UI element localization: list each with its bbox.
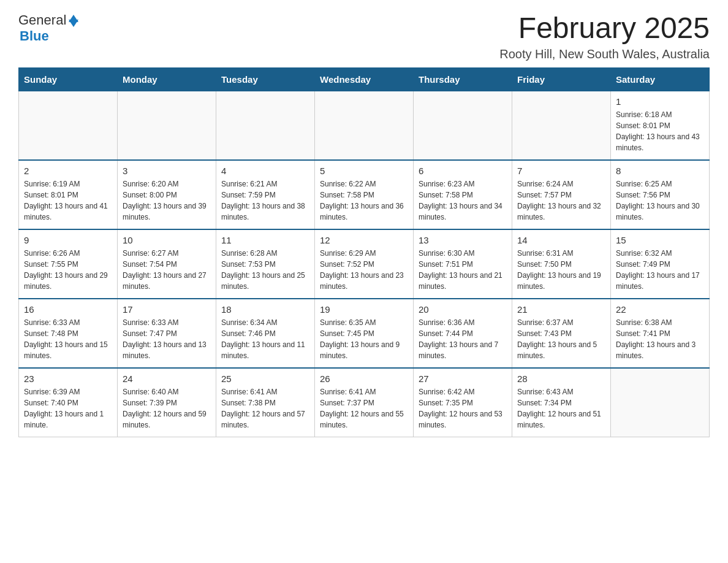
logo: General Blue <box>18 12 78 44</box>
day-info: Sunrise: 6:30 AMSunset: 7:51 PMDaylight:… <box>419 248 507 292</box>
day-number: 9 <box>24 235 112 245</box>
calendar-week-row: 1Sunrise: 6:18 AMSunset: 8:01 PMDaylight… <box>19 91 710 160</box>
day-number: 17 <box>123 304 211 315</box>
day-number: 22 <box>616 304 704 315</box>
day-number: 6 <box>419 166 507 176</box>
page-header: General Blue February 2025 Rooty Hill, N… <box>18 12 710 61</box>
day-info: Sunrise: 6:41 AMSunset: 7:38 PMDaylight:… <box>221 386 309 431</box>
day-info: Sunrise: 6:39 AMSunset: 7:40 PMDaylight:… <box>24 386 112 431</box>
calendar-day-cell <box>414 91 512 160</box>
day-number: 14 <box>517 235 605 245</box>
calendar-day-cell: 17Sunrise: 6:33 AMSunset: 7:47 PMDayligh… <box>118 299 216 368</box>
day-info: Sunrise: 6:23 AMSunset: 7:58 PMDaylight:… <box>419 178 507 223</box>
calendar-day-cell: 1Sunrise: 6:18 AMSunset: 8:01 PMDaylight… <box>611 91 710 160</box>
calendar-day-cell: 6Sunrise: 6:23 AMSunset: 7:58 PMDaylight… <box>414 160 512 229</box>
calendar-day-cell: 8Sunrise: 6:25 AMSunset: 7:56 PMDaylight… <box>611 160 710 229</box>
calendar-week-row: 2Sunrise: 6:19 AMSunset: 8:01 PMDaylight… <box>19 160 710 229</box>
day-number: 15 <box>616 235 704 245</box>
calendar-header-row: SundayMondayTuesdayWednesdayThursdayFrid… <box>19 67 710 91</box>
day-number: 2 <box>24 166 112 176</box>
day-info: Sunrise: 6:19 AMSunset: 8:01 PMDaylight:… <box>24 178 112 223</box>
day-info: Sunrise: 6:33 AMSunset: 7:48 PMDaylight:… <box>24 317 112 361</box>
calendar-day-cell: 9Sunrise: 6:26 AMSunset: 7:55 PMDaylight… <box>19 229 118 299</box>
day-info: Sunrise: 6:38 AMSunset: 7:41 PMDaylight:… <box>616 317 704 361</box>
day-info: Sunrise: 6:29 AMSunset: 7:52 PMDaylight:… <box>320 248 408 292</box>
day-info: Sunrise: 6:21 AMSunset: 7:59 PMDaylight:… <box>221 178 309 223</box>
day-number: 5 <box>320 166 408 176</box>
calendar-header-sunday: Sunday <box>19 67 118 91</box>
day-number: 25 <box>221 373 309 384</box>
day-info: Sunrise: 6:40 AMSunset: 7:39 PMDaylight:… <box>123 386 211 431</box>
calendar-day-cell: 19Sunrise: 6:35 AMSunset: 7:45 PMDayligh… <box>315 299 414 368</box>
day-number: 7 <box>517 166 605 176</box>
calendar-day-cell: 28Sunrise: 6:43 AMSunset: 7:34 PMDayligh… <box>512 368 611 437</box>
calendar-day-cell: 7Sunrise: 6:24 AMSunset: 7:57 PMDaylight… <box>512 160 611 229</box>
calendar-header-friday: Friday <box>512 67 611 91</box>
day-info: Sunrise: 6:43 AMSunset: 7:34 PMDaylight:… <box>517 386 605 431</box>
calendar-day-cell: 4Sunrise: 6:21 AMSunset: 7:59 PMDaylight… <box>216 160 315 229</box>
day-info: Sunrise: 6:31 AMSunset: 7:50 PMDaylight:… <box>517 248 605 292</box>
day-number: 23 <box>24 373 112 384</box>
day-number: 8 <box>616 166 704 176</box>
calendar-week-row: 16Sunrise: 6:33 AMSunset: 7:48 PMDayligh… <box>19 299 710 368</box>
calendar-week-row: 23Sunrise: 6:39 AMSunset: 7:40 PMDayligh… <box>19 368 710 437</box>
day-number: 3 <box>123 166 211 176</box>
calendar-day-cell: 20Sunrise: 6:36 AMSunset: 7:44 PMDayligh… <box>414 299 512 368</box>
calendar-day-cell <box>315 91 414 160</box>
calendar-week-row: 9Sunrise: 6:26 AMSunset: 7:55 PMDaylight… <box>19 229 710 299</box>
calendar-day-cell: 25Sunrise: 6:41 AMSunset: 7:38 PMDayligh… <box>216 368 315 437</box>
day-number: 19 <box>320 304 408 315</box>
day-number: 28 <box>517 373 605 384</box>
day-info: Sunrise: 6:22 AMSunset: 7:58 PMDaylight:… <box>320 178 408 223</box>
calendar-header-tuesday: Tuesday <box>216 67 315 91</box>
logo-text-general: General <box>18 12 66 28</box>
month-title: February 2025 <box>499 12 710 45</box>
day-info: Sunrise: 6:20 AMSunset: 8:00 PMDaylight:… <box>123 178 211 223</box>
day-info: Sunrise: 6:18 AMSunset: 8:01 PMDaylight:… <box>616 109 704 153</box>
day-number: 18 <box>221 304 309 315</box>
calendar-day-cell: 16Sunrise: 6:33 AMSunset: 7:48 PMDayligh… <box>19 299 118 368</box>
calendar-header-monday: Monday <box>118 67 216 91</box>
day-number: 24 <box>123 373 211 384</box>
day-info: Sunrise: 6:26 AMSunset: 7:55 PMDaylight:… <box>24 248 112 292</box>
calendar-day-cell: 13Sunrise: 6:30 AMSunset: 7:51 PMDayligh… <box>414 229 512 299</box>
day-number: 27 <box>419 373 507 384</box>
calendar-day-cell: 2Sunrise: 6:19 AMSunset: 8:01 PMDaylight… <box>19 160 118 229</box>
calendar-header-wednesday: Wednesday <box>315 67 414 91</box>
calendar-day-cell: 24Sunrise: 6:40 AMSunset: 7:39 PMDayligh… <box>118 368 216 437</box>
logo-text-blue: Blue <box>20 28 49 44</box>
calendar-day-cell: 21Sunrise: 6:37 AMSunset: 7:43 PMDayligh… <box>512 299 611 368</box>
day-info: Sunrise: 6:28 AMSunset: 7:53 PMDaylight:… <box>221 248 309 292</box>
day-info: Sunrise: 6:34 AMSunset: 7:46 PMDaylight:… <box>221 317 309 361</box>
day-number: 20 <box>419 304 507 315</box>
calendar-day-cell <box>512 91 611 160</box>
day-info: Sunrise: 6:41 AMSunset: 7:37 PMDaylight:… <box>320 386 408 431</box>
calendar-day-cell: 10Sunrise: 6:27 AMSunset: 7:54 PMDayligh… <box>118 229 216 299</box>
calendar-day-cell: 12Sunrise: 6:29 AMSunset: 7:52 PMDayligh… <box>315 229 414 299</box>
day-number: 13 <box>419 235 507 245</box>
day-info: Sunrise: 6:35 AMSunset: 7:45 PMDaylight:… <box>320 317 408 361</box>
day-info: Sunrise: 6:25 AMSunset: 7:56 PMDaylight:… <box>616 178 704 223</box>
calendar-table: SundayMondayTuesdayWednesdayThursdayFrid… <box>18 67 710 437</box>
location-subtitle: Rooty Hill, New South Wales, Australia <box>499 47 710 61</box>
calendar-day-cell: 22Sunrise: 6:38 AMSunset: 7:41 PMDayligh… <box>611 299 710 368</box>
calendar-day-cell <box>611 368 710 437</box>
calendar-day-cell: 14Sunrise: 6:31 AMSunset: 7:50 PMDayligh… <box>512 229 611 299</box>
calendar-day-cell: 5Sunrise: 6:22 AMSunset: 7:58 PMDaylight… <box>315 160 414 229</box>
day-number: 1 <box>616 96 704 107</box>
calendar-day-cell <box>118 91 216 160</box>
calendar-day-cell: 11Sunrise: 6:28 AMSunset: 7:53 PMDayligh… <box>216 229 315 299</box>
calendar-day-cell: 18Sunrise: 6:34 AMSunset: 7:46 PMDayligh… <box>216 299 315 368</box>
calendar-day-cell: 23Sunrise: 6:39 AMSunset: 7:40 PMDayligh… <box>19 368 118 437</box>
calendar-day-cell: 3Sunrise: 6:20 AMSunset: 8:00 PMDaylight… <box>118 160 216 229</box>
day-info: Sunrise: 6:42 AMSunset: 7:35 PMDaylight:… <box>419 386 507 431</box>
day-number: 4 <box>221 166 309 176</box>
day-number: 21 <box>517 304 605 315</box>
day-number: 26 <box>320 373 408 384</box>
calendar-day-cell <box>216 91 315 160</box>
day-info: Sunrise: 6:36 AMSunset: 7:44 PMDaylight:… <box>419 317 507 361</box>
calendar-header-thursday: Thursday <box>414 67 512 91</box>
calendar-day-cell: 26Sunrise: 6:41 AMSunset: 7:37 PMDayligh… <box>315 368 414 437</box>
day-number: 16 <box>24 304 112 315</box>
calendar-day-cell <box>19 91 118 160</box>
